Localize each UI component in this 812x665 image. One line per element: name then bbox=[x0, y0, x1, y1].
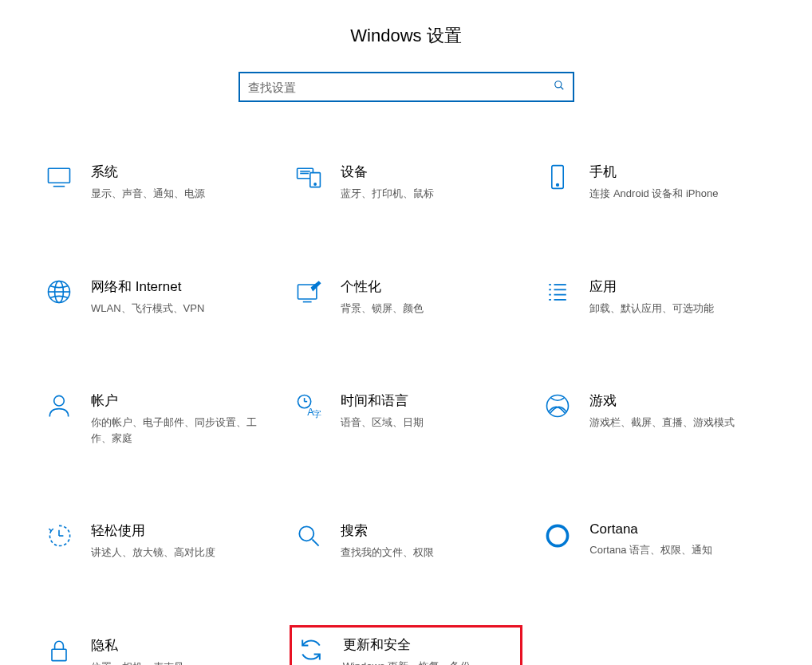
svg-point-30 bbox=[547, 395, 569, 417]
tile-text: 系统 显示、声音、通知、电源 bbox=[91, 161, 270, 202]
tile-text: 游戏 游戏栏、截屏、直播、游戏模式 bbox=[589, 390, 769, 431]
personalization-icon bbox=[293, 276, 325, 308]
empty-cell bbox=[538, 632, 772, 666]
tile-desc: WLAN、飞行模式、VPN bbox=[91, 301, 270, 317]
tile-desc: 显示、声音、通知、电源 bbox=[91, 186, 270, 202]
svg-point-35 bbox=[548, 525, 568, 545]
devices-icon bbox=[293, 161, 325, 193]
tile-desc: 讲述人、放大镜、高对比度 bbox=[91, 545, 270, 561]
tile-devices[interactable]: 设备 蓝牙、打印机、鼠标 bbox=[290, 158, 523, 205]
time-language-icon: A 字 bbox=[293, 390, 325, 422]
tile-desc: Cortana 语言、权限、通知 bbox=[589, 542, 769, 558]
tile-title: 游戏 bbox=[589, 392, 769, 410]
page-title: Windows 设置 bbox=[32, 24, 780, 48]
phone-icon bbox=[542, 161, 574, 193]
tile-privacy[interactable]: 隐私 位置、相机、麦克风 bbox=[40, 632, 274, 666]
svg-text:字: 字 bbox=[313, 409, 321, 419]
svg-point-33 bbox=[299, 526, 313, 541]
search-box[interactable] bbox=[238, 72, 574, 102]
search-tile-icon bbox=[293, 520, 325, 552]
tile-title: 设备 bbox=[341, 163, 520, 181]
tile-personalization[interactable]: 个性化 背景、锁屏、颜色 bbox=[290, 273, 523, 320]
tile-cortana[interactable]: Cortana Cortana 语言、权限、通知 bbox=[538, 517, 772, 564]
svg-point-24 bbox=[54, 395, 65, 406]
lock-icon bbox=[43, 635, 75, 666]
tile-desc: 蓝牙、打印机、鼠标 bbox=[341, 186, 520, 202]
svg-rect-2 bbox=[49, 168, 70, 183]
tile-system[interactable]: 系统 显示、声音、通知、电源 bbox=[40, 158, 274, 205]
tile-text: 设备 蓝牙、打印机、鼠标 bbox=[341, 161, 520, 202]
tile-text: 帐户 你的帐户、电子邮件、同步设置、工作、家庭 bbox=[91, 390, 270, 446]
tile-text: 手机 连接 Android 设备和 iPhone bbox=[589, 161, 769, 202]
search-icon bbox=[554, 80, 565, 94]
tile-text: 搜索 查找我的文件、权限 bbox=[341, 520, 520, 561]
tile-desc: Windows 更新、恢复、备份 bbox=[343, 659, 518, 666]
tile-title: 手机 bbox=[589, 163, 769, 181]
tile-desc: 连接 Android 设备和 iPhone bbox=[589, 186, 769, 202]
settings-grid: 系统 显示、声音、通知、电源 设备 蓝牙、打印机、鼠标 bbox=[32, 158, 780, 665]
svg-point-10 bbox=[557, 184, 559, 187]
tile-text: 应用 卸载、默认应用、可选功能 bbox=[589, 276, 769, 317]
tile-desc: 位置、相机、麦克风 bbox=[91, 659, 270, 666]
cortana-icon bbox=[542, 520, 574, 552]
tile-title: 隐私 bbox=[91, 636, 270, 655]
svg-line-34 bbox=[312, 540, 318, 546]
tile-update-security[interactable]: 更新和安全 Windows 更新、恢复、备份 bbox=[290, 625, 523, 666]
svg-rect-36 bbox=[52, 649, 66, 660]
tile-text: 轻松使用 讲述人、放大镜、高对比度 bbox=[91, 520, 270, 561]
search-input[interactable] bbox=[248, 81, 554, 94]
tile-title: 网络和 Internet bbox=[91, 277, 270, 296]
svg-point-0 bbox=[554, 81, 561, 88]
tile-phone[interactable]: 手机 连接 Android 设备和 iPhone bbox=[538, 158, 772, 205]
tile-title: 系统 bbox=[91, 163, 270, 181]
tile-title: 轻松使用 bbox=[91, 521, 270, 540]
tile-desc: 游戏栏、截屏、直播、游戏模式 bbox=[589, 415, 769, 431]
tile-title: 时间和语言 bbox=[341, 392, 520, 410]
tile-text: 个性化 背景、锁屏、颜色 bbox=[341, 276, 520, 317]
tile-title: Cortana bbox=[589, 521, 769, 537]
tile-gaming[interactable]: 游戏 游戏栏、截屏、直播、游戏模式 bbox=[538, 387, 772, 449]
tile-title: 个性化 bbox=[341, 277, 520, 296]
tile-desc: 语音、区域、日期 bbox=[341, 415, 520, 431]
svg-point-6 bbox=[314, 183, 316, 185]
tile-title: 搜索 bbox=[341, 521, 520, 540]
system-icon bbox=[43, 161, 75, 193]
tile-desc: 背景、锁屏、颜色 bbox=[341, 301, 520, 317]
xbox-icon bbox=[542, 390, 574, 422]
update-icon bbox=[295, 634, 327, 666]
tile-apps[interactable]: 应用 卸载、默认应用、可选功能 bbox=[538, 273, 772, 320]
globe-icon bbox=[43, 276, 75, 308]
tile-text: 时间和语言 语音、区域、日期 bbox=[341, 390, 520, 431]
svg-line-1 bbox=[560, 87, 563, 90]
tile-text: 更新和安全 Windows 更新、恢复、备份 bbox=[343, 634, 518, 666]
tile-text: 网络和 Internet WLAN、飞行模式、VPN bbox=[91, 276, 270, 317]
tile-time-language[interactable]: A 字 时间和语言 语音、区域、日期 bbox=[290, 387, 523, 449]
tile-network[interactable]: 网络和 Internet WLAN、飞行模式、VPN bbox=[40, 273, 274, 320]
tile-desc: 卸载、默认应用、可选功能 bbox=[589, 301, 769, 317]
tile-text: 隐私 位置、相机、麦克风 bbox=[91, 635, 270, 666]
person-icon bbox=[43, 390, 75, 422]
apps-icon bbox=[542, 276, 574, 308]
tile-text: Cortana Cortana 语言、权限、通知 bbox=[589, 520, 769, 558]
tile-search[interactable]: 搜索 查找我的文件、权限 bbox=[290, 517, 523, 564]
tile-accounts[interactable]: 帐户 你的帐户、电子邮件、同步设置、工作、家庭 bbox=[40, 387, 274, 449]
ease-icon bbox=[43, 520, 75, 552]
tile-title: 更新和安全 bbox=[343, 635, 518, 654]
tile-title: 帐户 bbox=[91, 392, 270, 410]
tile-ease-of-access[interactable]: 轻松使用 讲述人、放大镜、高对比度 bbox=[40, 517, 274, 564]
search-container bbox=[32, 72, 780, 102]
tile-title: 应用 bbox=[589, 277, 769, 296]
tile-desc: 查找我的文件、权限 bbox=[341, 545, 520, 561]
tile-desc: 你的帐户、电子邮件、同步设置、工作、家庭 bbox=[91, 415, 270, 446]
